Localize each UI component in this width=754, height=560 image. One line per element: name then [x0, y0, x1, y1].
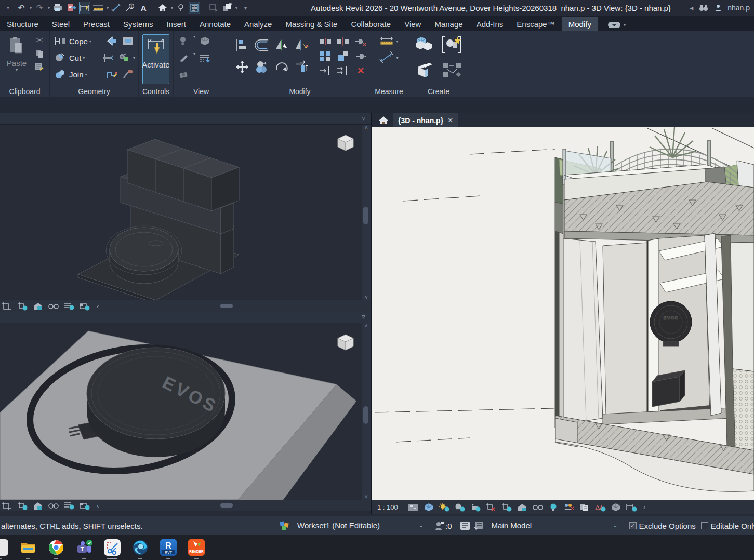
aligned-dimension-icon[interactable] [111, 2, 122, 14]
editable-only-checkbox[interactable]: Editable Only [701, 522, 754, 530]
cut-clipboard-icon[interactable]: ✂ [33, 34, 46, 46]
undo-icon[interactable]: ↶ [16, 2, 27, 14]
visual-style-icon[interactable] [423, 503, 434, 512]
camera-icon[interactable] [177, 68, 191, 82]
unlock-3d-view-icon[interactable] [517, 503, 528, 512]
viewport2-scroll-thumb[interactable] [363, 406, 368, 424]
crop-view-icon-2[interactable] [1, 501, 12, 510]
crop-view-icon[interactable] [1, 302, 12, 311]
measure-panel-label[interactable]: Measure [371, 87, 407, 96]
underlay-icon[interactable] [197, 51, 212, 65]
snipping-tool-icon[interactable] [104, 539, 121, 556]
ruler-caret[interactable]: ▾ [107, 6, 109, 10]
viewport2-canvas-charge-pad[interactable]: EVOS [0, 323, 371, 500]
temporary-view-properties-icon[interactable] [579, 503, 590, 512]
render-icon[interactable] [177, 34, 191, 48]
crop-view-off-icon[interactable] [485, 503, 497, 512]
cascade-windows-icon[interactable] [221, 2, 233, 14]
design-options-pick-icon[interactable] [473, 521, 484, 531]
temporary-hide-isolate-icon-2[interactable] [63, 501, 75, 510]
crop-visibility-icon-3[interactable] [501, 503, 512, 512]
edit-profile-icon[interactable] [104, 68, 119, 81]
analytical-model-icon[interactable] [594, 503, 606, 512]
geometry-panel-label[interactable]: Geometry [50, 87, 138, 96]
cope-label[interactable]: Cope [69, 37, 88, 46]
undo-caret[interactable]: ▾ [30, 6, 32, 10]
create-similar-icon[interactable] [441, 34, 463, 55]
cascade-caret[interactable]: ▾ [235, 6, 237, 10]
view-cube[interactable] [336, 133, 355, 153]
tab-steel[interactable]: Steel [45, 17, 76, 31]
viewport1-hscroll-thumb[interactable] [220, 304, 233, 308]
array-icon[interactable] [318, 49, 333, 63]
viewport1-canvas-dock-station[interactable] [0, 125, 371, 300]
shadows-icon[interactable] [454, 503, 466, 512]
tab-annotate[interactable]: Annotate [193, 17, 237, 31]
paste-button[interactable]: Paste ▾ [3, 34, 30, 84]
tab-systems[interactable]: Systems [116, 17, 160, 31]
scale-icon[interactable] [336, 49, 350, 63]
print-icon[interactable] [52, 2, 63, 14]
scroll-up-icon[interactable]: ˄ [365, 125, 368, 130]
create-assembly-icon[interactable] [441, 60, 463, 81]
qat-customize-icon[interactable]: ▾ [2, 2, 14, 14]
pin-icon[interactable] [353, 49, 368, 63]
rotate-icon[interactable] [274, 60, 289, 74]
displacement-sets-icon[interactable] [626, 503, 637, 512]
view-cube-2[interactable] [336, 332, 355, 352]
copy-clipboard-icon[interactable] [33, 48, 46, 59]
demolish-frame-icon[interactable] [121, 34, 135, 48]
unpin-icon[interactable] [353, 35, 368, 48]
tag-icon[interactable]: 1 [124, 2, 136, 14]
viewport2-menu-icon[interactable]: ▿ [362, 313, 365, 321]
design-option-selector[interactable]: Main Model ⌄ [488, 520, 621, 531]
crop-visibility-icon-2[interactable] [17, 501, 28, 510]
temporary-hide-isolate-icon[interactable] [63, 302, 75, 311]
tab-insert[interactable]: Insert [160, 17, 193, 31]
control-bar-collapse-icon-2[interactable]: ‹ [97, 502, 99, 510]
beam-column-joins-icon[interactable] [101, 51, 115, 64]
export-icon[interactable] [65, 2, 77, 14]
section-box-icon-2[interactable] [79, 501, 90, 510]
clipboard-panel-label[interactable]: Clipboard [0, 87, 49, 96]
search-binoculars-icon[interactable] [698, 4, 709, 12]
mirror-draw-axis-icon[interactable] [294, 38, 309, 52]
cut-geometry-icon[interactable] [53, 51, 68, 64]
detail-level-icon[interactable] [407, 503, 419, 512]
mirror-pick-axis-icon[interactable] [274, 38, 289, 52]
scroll-down-icon-2[interactable]: ˅ [365, 494, 368, 500]
offset-icon[interactable] [255, 38, 269, 52]
measure-pin-icon[interactable] [79, 2, 90, 14]
taskbar-partial-app-icon[interactable] [0, 539, 8, 556]
trim-extend-corner-icon[interactable] [294, 60, 309, 74]
split-element-icon[interactable] [318, 35, 333, 48]
view-control-collapse-icon[interactable]: ‹ [643, 503, 645, 511]
cut-label[interactable]: Cut [69, 54, 81, 62]
move-icon[interactable] [235, 60, 249, 74]
close-inactive-icon[interactable] [208, 2, 219, 14]
revit-icon[interactable]: RRVT [160, 539, 177, 556]
activate-dimensions-button[interactable]: Activate [142, 34, 169, 84]
control-bar-collapse-icon[interactable]: ‹ [97, 302, 99, 310]
user-avatar-icon[interactable] [714, 4, 722, 12]
worksets-icon[interactable] [279, 520, 291, 531]
tab-massing-site[interactable]: Massing & Site [279, 17, 344, 31]
text-icon[interactable]: A [138, 2, 149, 14]
sun-settings-icon[interactable] [439, 503, 450, 512]
home-view-icon[interactable] [378, 116, 389, 125]
reveal-constraints-icon[interactable] [610, 503, 621, 512]
close-view-icon[interactable]: ✕ [447, 116, 453, 124]
tab-manage[interactable]: Manage [428, 17, 469, 31]
redo-caret[interactable]: ▾ [48, 6, 50, 10]
borrowers-indicator[interactable]: :0 [434, 521, 452, 531]
modify-panel-label[interactable]: Modify [229, 87, 371, 96]
active-view-tab[interactable]: {3D - nhan.p} ✕ [393, 113, 458, 127]
measure-icon[interactable] [379, 34, 394, 48]
viewport1-menu-icon[interactable]: ▿ [362, 114, 365, 122]
demolish-hammer-icon[interactable] [121, 68, 135, 81]
tab-enscape[interactable]: Enscape™ [510, 17, 561, 31]
view-panel-label[interactable]: View [174, 87, 229, 96]
workset-selector[interactable]: Workset1 (Not Editable) ⌄ [294, 520, 427, 531]
section-knife-icon[interactable] [177, 51, 191, 65]
reveal-hidden-elements-icon-2[interactable] [48, 501, 59, 510]
